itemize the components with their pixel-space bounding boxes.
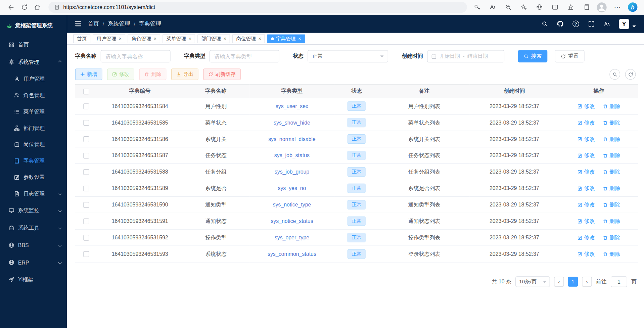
tab-users[interactable]: 用户管理 × (93, 34, 125, 43)
sidebar-item-erp[interactable]: ERP (0, 254, 67, 271)
close-icon[interactable]: × (188, 36, 191, 41)
sidebar-item-bbs[interactable]: BBS (0, 237, 67, 254)
help-icon[interactable]: ? (572, 20, 580, 28)
refresh-icon[interactable] (18, 1, 31, 13)
tab-depts[interactable]: 部门管理 × (197, 34, 230, 43)
browser-menu-icon[interactable]: ⋯ (612, 1, 622, 13)
goto-page-input[interactable] (611, 276, 627, 287)
page-info-icon[interactable] (54, 4, 60, 10)
close-icon[interactable]: × (258, 36, 261, 41)
reset-button[interactable]: 重置 (555, 50, 585, 62)
add-button[interactable]: 新增 (75, 68, 102, 80)
breadcrumb-parent[interactable]: 系统管理 (108, 20, 130, 28)
sidebar-item-yi[interactable]: Yi框架 (0, 271, 67, 288)
home-icon[interactable] (31, 1, 44, 13)
user-menu-caret-icon[interactable] (633, 25, 636, 27)
row-edit-button[interactable]: 修改 (578, 152, 595, 159)
dict-type-link[interactable]: sys_normal_disable (268, 136, 316, 142)
dict-type-link[interactable]: sys_notice_status (271, 218, 313, 224)
app-logo[interactable]: 意框架管理系统 (0, 15, 67, 36)
collections-icon[interactable] (581, 1, 591, 13)
sidebar-item-dict[interactable]: 字典管理 (0, 153, 67, 169)
fullscreen-icon[interactable] (588, 20, 595, 28)
row-edit-button[interactable]: 修改 (578, 250, 595, 258)
tab-dict-active[interactable]: 字典管理 × (267, 34, 305, 43)
sidebar-item-logs[interactable]: 日志管理 (0, 186, 67, 202)
row-edit-button[interactable]: 修改 (578, 185, 595, 192)
prev-page-button[interactable]: ‹ (554, 277, 564, 286)
dict-type-input[interactable] (210, 50, 279, 62)
status-select[interactable]: 正常 (308, 50, 388, 62)
row-checkbox[interactable] (84, 169, 89, 175)
row-edit-button[interactable]: 修改 (578, 102, 595, 110)
row-checkbox[interactable] (84, 219, 89, 224)
search-icon[interactable] (541, 20, 548, 28)
add-favorite-icon[interactable] (519, 1, 528, 13)
row-checkbox[interactable] (84, 186, 89, 191)
row-edit-button[interactable]: 修改 (578, 234, 595, 241)
row-delete-button[interactable]: 删除 (603, 168, 620, 176)
page-size-select[interactable]: 10条/页 (515, 276, 550, 287)
row-edit-button[interactable]: 修改 (578, 168, 595, 176)
row-checkbox[interactable] (84, 251, 89, 257)
url-text[interactable]: https://ccnetcore.com:1101/system/dict (63, 4, 155, 10)
search-button[interactable]: 搜索 (518, 50, 547, 62)
row-delete-button[interactable]: 删除 (603, 218, 620, 225)
tab-menus[interactable]: 菜单管理 × (163, 34, 195, 43)
tab-posts[interactable]: 岗位管理 × (232, 34, 265, 43)
row-delete-button[interactable]: 删除 (603, 250, 620, 258)
close-icon[interactable]: × (298, 36, 301, 41)
date-range-picker[interactable]: 开始日期 - 结束日期 (427, 50, 504, 62)
refresh-table-icon[interactable] (625, 69, 636, 80)
sidebar-item-home[interactable]: 首页 (0, 36, 67, 53)
refresh-cache-button[interactable]: 刷新缓存 (203, 68, 240, 80)
row-checkbox[interactable] (84, 202, 89, 208)
tab-home[interactable]: 首页 (73, 34, 90, 43)
sidebar-item-menus[interactable]: 菜单管理 (0, 103, 67, 120)
breadcrumb-home[interactable]: 首页 (88, 20, 99, 28)
row-delete-button[interactable]: 删除 (603, 201, 620, 208)
dict-type-link[interactable]: sys_yes_no (278, 185, 306, 191)
row-edit-button[interactable]: 修改 (578, 119, 595, 126)
favorites-bar-icon[interactable] (565, 1, 575, 13)
row-edit-button[interactable]: 修改 (578, 135, 595, 143)
row-delete-button[interactable]: 删除 (603, 234, 620, 241)
show-search-toggle-icon[interactable] (609, 69, 620, 80)
dict-type-link[interactable]: sys_oper_type (275, 234, 309, 240)
delete-button-disabled[interactable]: 删除 (139, 68, 167, 80)
github-icon[interactable] (556, 20, 564, 28)
user-logo[interactable]: Y (619, 19, 629, 29)
row-delete-button[interactable]: 删除 (603, 185, 620, 192)
row-checkbox[interactable] (84, 136, 89, 142)
dict-type-link[interactable]: sys_job_group (275, 169, 309, 175)
address-bar[interactable]: https://ccnetcore.com:1101/system/dict (48, 2, 467, 13)
dict-type-link[interactable]: sys_notice_type (273, 202, 311, 208)
row-checkbox[interactable] (84, 235, 89, 241)
row-delete-button[interactable]: 删除 (603, 152, 620, 159)
row-delete-button[interactable]: 删除 (603, 119, 620, 126)
profile-avatar[interactable] (597, 2, 606, 12)
sidebar-item-params[interactable]: 参数设置 (0, 169, 67, 186)
dict-type-link[interactable]: sys_job_status (274, 152, 310, 158)
sidebar-item-monitor[interactable]: 系统监控 (0, 202, 67, 219)
zoom-out-icon[interactable] (503, 1, 513, 13)
row-checkbox[interactable] (84, 104, 89, 109)
extensions-icon[interactable] (534, 1, 544, 13)
read-aloud-icon[interactable] (488, 1, 497, 13)
sidebar-item-system[interactable]: 系统管理 (0, 53, 67, 71)
next-page-button[interactable]: › (582, 277, 592, 286)
row-checkbox[interactable] (84, 120, 89, 126)
dict-type-link[interactable]: sys_user_sex (276, 103, 308, 109)
export-button[interactable]: 导出 (171, 68, 198, 80)
sidebar-item-users[interactable]: 用户管理 (0, 71, 67, 87)
sidebar-item-posts[interactable]: 岗位管理 (0, 136, 67, 153)
dict-name-input[interactable] (101, 50, 171, 62)
row-edit-button[interactable]: 修改 (578, 218, 595, 225)
back-icon[interactable] (5, 1, 17, 13)
split-screen-icon[interactable] (550, 1, 560, 13)
sidebar-item-tools[interactable]: 系统工具 (0, 219, 67, 236)
edit-button-disabled[interactable]: 修改 (107, 68, 134, 80)
tab-roles[interactable]: 角色管理 × (128, 34, 160, 43)
row-delete-button[interactable]: 删除 (603, 135, 620, 143)
dict-type-link[interactable]: sys_show_hide (274, 120, 310, 126)
